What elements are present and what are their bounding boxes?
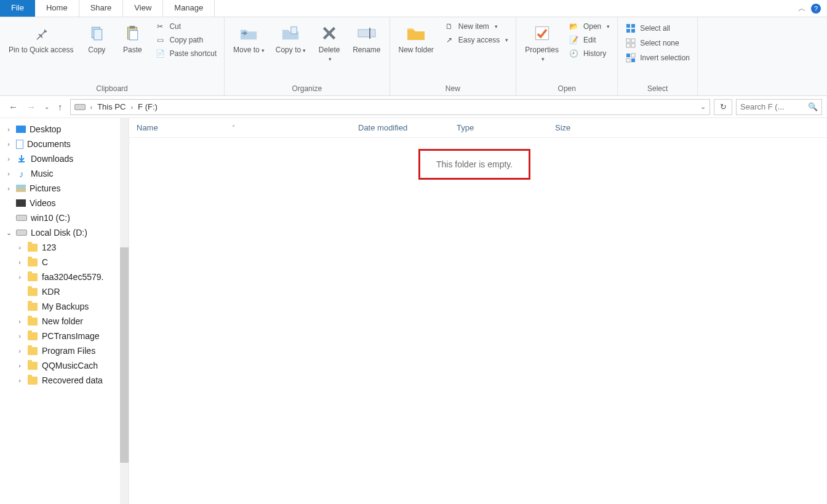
svg-rect-9 <box>626 24 630 28</box>
file-list-area[interactable]: This folder is empty. <box>129 138 827 504</box>
cut-button[interactable]: ✂Cut <box>152 21 219 32</box>
breadcrumb-this-pc[interactable]: This PC <box>97 102 126 111</box>
properties-button[interactable]: Properties▾ <box>521 20 562 66</box>
sidebar-item-my-backups[interactable]: My Backups <box>2 299 129 314</box>
sidebar-item-123[interactable]: ›123 <box>2 240 129 255</box>
menu-tabs: File Home Share View Manage ︿ ? <box>0 0 827 17</box>
group-label-new: New <box>395 82 511 95</box>
folder-icon <box>28 288 38 296</box>
address-bar[interactable]: › This PC › F (F:) ⌄ <box>70 99 711 115</box>
column-headers: Name˄ Date modified Type Size <box>129 118 827 138</box>
sidebar-item-videos[interactable]: Videos <box>2 196 129 210</box>
select-none-icon <box>625 38 636 48</box>
ribbon-collapse-icon[interactable]: ︿ <box>798 3 806 14</box>
paste-shortcut-icon: 📄 <box>154 49 166 58</box>
select-all-icon <box>625 23 636 33</box>
easy-access-button[interactable]: ↗Easy access▾ <box>441 34 511 46</box>
folder-icon <box>28 318 38 326</box>
sidebar-item-qqmusic[interactable]: ›QQMusicCach <box>2 358 129 373</box>
sidebar-item-local-disk-d[interactable]: ⌄Local Disk (D:) <box>2 225 129 240</box>
ribbon-group-organize: Move to▾ Copy to▾ Delete▾ Rename <box>225 17 390 95</box>
column-size[interactable]: Size <box>548 123 615 132</box>
breadcrumb-current[interactable]: F (F:) <box>138 102 158 111</box>
invert-selection-button[interactable]: Invert selection <box>623 52 692 64</box>
paste-button[interactable]: Paste <box>116 20 148 57</box>
nav-forward-button[interactable]: → <box>26 102 36 112</box>
music-icon: ♪ <box>16 169 27 178</box>
documents-icon <box>16 140 23 149</box>
drive-icon <box>16 230 27 236</box>
edit-icon: 📝 <box>569 36 580 44</box>
nav-back-button[interactable]: ← <box>9 102 18 112</box>
sidebar-item-pctransimage[interactable]: ›PCTransImage <box>2 329 129 343</box>
new-folder-icon <box>406 22 426 44</box>
help-icon[interactable]: ? <box>811 4 821 14</box>
tab-manage[interactable]: Manage <box>163 0 215 17</box>
ribbon-group-select: Select all Select none Invert selection … <box>618 17 698 95</box>
svg-rect-20 <box>631 58 635 62</box>
rename-button[interactable]: Rename <box>349 20 384 57</box>
folder-icon <box>28 362 38 370</box>
refresh-button[interactable]: ↻ <box>714 99 732 115</box>
scissors-icon: ✂ <box>154 22 166 31</box>
sidebar-item-pictures[interactable]: ›Pictures <box>2 181 129 196</box>
svg-rect-4 <box>130 31 138 40</box>
svg-rect-17 <box>626 54 630 57</box>
address-dropdown-icon[interactable]: ⌄ <box>700 103 706 111</box>
search-placeholder: Search F (... <box>740 102 804 111</box>
sidebar-item-win10-c[interactable]: win10 (C:) <box>2 210 129 225</box>
column-date-modified[interactable]: Date modified <box>351 123 449 132</box>
paste-shortcut-button[interactable]: 📄Paste shortcut <box>152 48 219 59</box>
tab-home[interactable]: Home <box>35 0 79 17</box>
sidebar-scrollbar-thumb[interactable] <box>120 247 129 463</box>
open-button[interactable]: 📂Open▾ <box>566 21 612 32</box>
new-folder-button[interactable]: New folder <box>395 20 437 57</box>
ribbon-group-new: New folder 🗋New item▾ ↗Easy access▾ New <box>390 17 517 95</box>
move-to-button[interactable]: Move to▾ <box>230 20 268 57</box>
svg-rect-12 <box>631 29 635 33</box>
copypath-icon: ▭ <box>154 36 166 44</box>
edit-button[interactable]: 📝Edit <box>566 34 612 46</box>
rename-icon <box>358 22 376 44</box>
sidebar-item-new-folder[interactable]: ›New folder <box>2 314 129 329</box>
sidebar-item-program-files[interactable]: ›Program Files <box>2 343 129 358</box>
pin-to-quick-access-button[interactable]: Pin to Quick access <box>5 20 77 57</box>
copy-button[interactable]: Copy <box>81 20 113 57</box>
new-item-icon: 🗋 <box>444 22 455 31</box>
svg-rect-8 <box>535 27 548 40</box>
search-input[interactable]: Search F (... 🔍 <box>736 99 822 115</box>
column-name[interactable]: Name˄ <box>129 123 351 132</box>
sidebar-item-music[interactable]: ›♪Music <box>2 166 129 181</box>
nav-up-button[interactable]: ↑ <box>58 102 63 112</box>
nav-recent-dropdown[interactable]: ⌄ <box>44 103 49 110</box>
delete-button[interactable]: Delete▾ <box>313 20 345 66</box>
select-all-button[interactable]: Select all <box>623 22 692 34</box>
folder-icon <box>28 347 38 355</box>
svg-rect-6 <box>358 30 375 37</box>
copy-to-button[interactable]: Copy to▾ <box>272 20 310 57</box>
paste-icon <box>124 22 140 44</box>
select-none-button[interactable]: Select none <box>623 37 692 49</box>
sidebar-item-downloads[interactable]: ›Downloads <box>2 151 129 166</box>
tab-view[interactable]: View <box>123 0 163 17</box>
pin-label: Pin to Quick access <box>9 46 73 54</box>
properties-icon <box>533 22 551 44</box>
sidebar-item-kdr[interactable]: KDR <box>2 284 129 299</box>
history-button[interactable]: 🕘History <box>566 48 612 59</box>
videos-icon <box>16 199 26 207</box>
sidebar-item-recovered[interactable]: ›Recovered data <box>2 373 129 388</box>
drive-icon <box>74 104 86 110</box>
tab-share[interactable]: Share <box>79 0 124 17</box>
delete-icon <box>321 22 337 44</box>
svg-rect-11 <box>626 29 630 33</box>
svg-rect-1 <box>94 30 102 40</box>
column-type[interactable]: Type <box>449 123 548 132</box>
sidebar-item-c[interactable]: ›C <box>2 255 129 270</box>
sidebar-item-faa[interactable]: ›faa3204ec5579. <box>2 270 129 284</box>
sidebar-item-documents[interactable]: ›Documents <box>2 137 129 151</box>
new-item-button[interactable]: 🗋New item▾ <box>441 21 511 32</box>
copy-path-button[interactable]: ▭Copy path <box>152 34 219 46</box>
svg-rect-18 <box>631 54 635 57</box>
tab-file[interactable]: File <box>0 0 35 17</box>
sidebar-item-desktop[interactable]: ›Desktop <box>2 122 129 137</box>
